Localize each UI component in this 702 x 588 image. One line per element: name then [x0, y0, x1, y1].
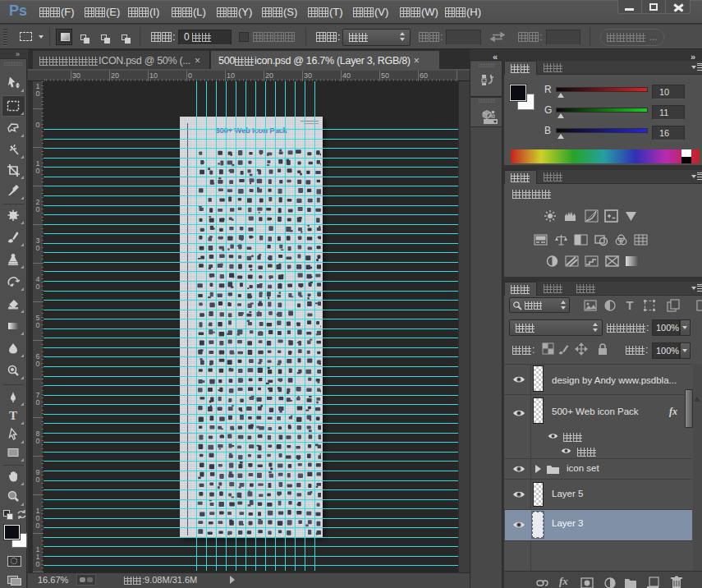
svg-text:T: T	[9, 409, 17, 422]
svg-text:T: T	[626, 299, 634, 312]
